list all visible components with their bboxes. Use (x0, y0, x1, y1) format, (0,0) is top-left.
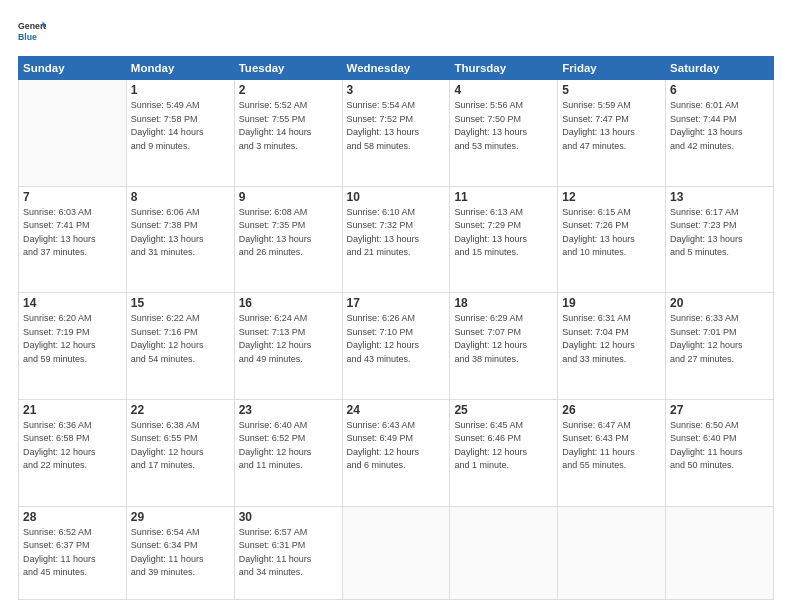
day-info: Sunrise: 6:52 AM Sunset: 6:37 PM Dayligh… (23, 526, 122, 580)
day-number: 4 (454, 83, 553, 97)
calendar-cell: 3Sunrise: 5:54 AM Sunset: 7:52 PM Daylig… (342, 80, 450, 187)
calendar-cell: 6Sunrise: 6:01 AM Sunset: 7:44 PM Daylig… (666, 80, 774, 187)
calendar-cell: 29Sunrise: 6:54 AM Sunset: 6:34 PM Dayli… (126, 506, 234, 599)
calendar-cell (558, 506, 666, 599)
day-info: Sunrise: 6:29 AM Sunset: 7:07 PM Dayligh… (454, 312, 553, 366)
day-number: 10 (347, 190, 446, 204)
page: General Blue SundayMondayTuesdayWednesda… (0, 0, 792, 612)
logo: General Blue (18, 18, 46, 46)
calendar-cell: 9Sunrise: 6:08 AM Sunset: 7:35 PM Daylig… (234, 186, 342, 293)
calendar-cell: 1Sunrise: 5:49 AM Sunset: 7:58 PM Daylig… (126, 80, 234, 187)
day-info: Sunrise: 5:56 AM Sunset: 7:50 PM Dayligh… (454, 99, 553, 153)
day-number: 27 (670, 403, 769, 417)
calendar-cell: 19Sunrise: 6:31 AM Sunset: 7:04 PM Dayli… (558, 293, 666, 400)
calendar-cell: 30Sunrise: 6:57 AM Sunset: 6:31 PM Dayli… (234, 506, 342, 599)
day-number: 30 (239, 510, 338, 524)
week-row-5: 28Sunrise: 6:52 AM Sunset: 6:37 PM Dayli… (19, 506, 774, 599)
day-number: 1 (131, 83, 230, 97)
day-number: 18 (454, 296, 553, 310)
day-info: Sunrise: 6:31 AM Sunset: 7:04 PM Dayligh… (562, 312, 661, 366)
calendar-cell (19, 80, 127, 187)
calendar-cell: 13Sunrise: 6:17 AM Sunset: 7:23 PM Dayli… (666, 186, 774, 293)
day-header-wednesday: Wednesday (342, 57, 450, 80)
day-number: 17 (347, 296, 446, 310)
day-number: 22 (131, 403, 230, 417)
svg-text:Blue: Blue (18, 32, 37, 42)
day-number: 7 (23, 190, 122, 204)
day-info: Sunrise: 6:54 AM Sunset: 6:34 PM Dayligh… (131, 526, 230, 580)
calendar-cell: 17Sunrise: 6:26 AM Sunset: 7:10 PM Dayli… (342, 293, 450, 400)
day-info: Sunrise: 6:38 AM Sunset: 6:55 PM Dayligh… (131, 419, 230, 473)
day-header-friday: Friday (558, 57, 666, 80)
day-info: Sunrise: 6:06 AM Sunset: 7:38 PM Dayligh… (131, 206, 230, 260)
calendar-cell: 16Sunrise: 6:24 AM Sunset: 7:13 PM Dayli… (234, 293, 342, 400)
day-header-tuesday: Tuesday (234, 57, 342, 80)
day-number: 5 (562, 83, 661, 97)
day-header-saturday: Saturday (666, 57, 774, 80)
day-info: Sunrise: 6:13 AM Sunset: 7:29 PM Dayligh… (454, 206, 553, 260)
day-info: Sunrise: 5:52 AM Sunset: 7:55 PM Dayligh… (239, 99, 338, 153)
day-info: Sunrise: 6:10 AM Sunset: 7:32 PM Dayligh… (347, 206, 446, 260)
day-number: 6 (670, 83, 769, 97)
day-info: Sunrise: 5:49 AM Sunset: 7:58 PM Dayligh… (131, 99, 230, 153)
day-info: Sunrise: 6:17 AM Sunset: 7:23 PM Dayligh… (670, 206, 769, 260)
day-number: 14 (23, 296, 122, 310)
day-number: 9 (239, 190, 338, 204)
calendar-cell: 26Sunrise: 6:47 AM Sunset: 6:43 PM Dayli… (558, 399, 666, 506)
day-number: 15 (131, 296, 230, 310)
day-info: Sunrise: 6:08 AM Sunset: 7:35 PM Dayligh… (239, 206, 338, 260)
day-info: Sunrise: 6:50 AM Sunset: 6:40 PM Dayligh… (670, 419, 769, 473)
header: General Blue (18, 18, 774, 46)
day-number: 23 (239, 403, 338, 417)
calendar-cell: 18Sunrise: 6:29 AM Sunset: 7:07 PM Dayli… (450, 293, 558, 400)
day-number: 20 (670, 296, 769, 310)
day-info: Sunrise: 6:22 AM Sunset: 7:16 PM Dayligh… (131, 312, 230, 366)
calendar-cell: 5Sunrise: 5:59 AM Sunset: 7:47 PM Daylig… (558, 80, 666, 187)
day-number: 11 (454, 190, 553, 204)
week-row-4: 21Sunrise: 6:36 AM Sunset: 6:58 PM Dayli… (19, 399, 774, 506)
day-header-thursday: Thursday (450, 57, 558, 80)
day-info: Sunrise: 6:24 AM Sunset: 7:13 PM Dayligh… (239, 312, 338, 366)
day-info: Sunrise: 6:43 AM Sunset: 6:49 PM Dayligh… (347, 419, 446, 473)
day-info: Sunrise: 5:54 AM Sunset: 7:52 PM Dayligh… (347, 99, 446, 153)
day-number: 21 (23, 403, 122, 417)
day-number: 16 (239, 296, 338, 310)
day-info: Sunrise: 6:36 AM Sunset: 6:58 PM Dayligh… (23, 419, 122, 473)
day-number: 13 (670, 190, 769, 204)
day-number: 28 (23, 510, 122, 524)
day-number: 8 (131, 190, 230, 204)
logo-icon: General Blue (18, 18, 46, 46)
day-info: Sunrise: 6:03 AM Sunset: 7:41 PM Dayligh… (23, 206, 122, 260)
day-info: Sunrise: 6:47 AM Sunset: 6:43 PM Dayligh… (562, 419, 661, 473)
day-number: 12 (562, 190, 661, 204)
day-number: 29 (131, 510, 230, 524)
day-info: Sunrise: 6:20 AM Sunset: 7:19 PM Dayligh… (23, 312, 122, 366)
calendar-cell: 24Sunrise: 6:43 AM Sunset: 6:49 PM Dayli… (342, 399, 450, 506)
day-number: 19 (562, 296, 661, 310)
calendar-cell: 21Sunrise: 6:36 AM Sunset: 6:58 PM Dayli… (19, 399, 127, 506)
calendar-cell (450, 506, 558, 599)
header-row: SundayMondayTuesdayWednesdayThursdayFrid… (19, 57, 774, 80)
calendar-cell: 28Sunrise: 6:52 AM Sunset: 6:37 PM Dayli… (19, 506, 127, 599)
calendar-cell: 7Sunrise: 6:03 AM Sunset: 7:41 PM Daylig… (19, 186, 127, 293)
week-row-1: 1Sunrise: 5:49 AM Sunset: 7:58 PM Daylig… (19, 80, 774, 187)
week-row-2: 7Sunrise: 6:03 AM Sunset: 7:41 PM Daylig… (19, 186, 774, 293)
day-header-monday: Monday (126, 57, 234, 80)
calendar-cell: 23Sunrise: 6:40 AM Sunset: 6:52 PM Dayli… (234, 399, 342, 506)
calendar-cell: 22Sunrise: 6:38 AM Sunset: 6:55 PM Dayli… (126, 399, 234, 506)
calendar-cell: 15Sunrise: 6:22 AM Sunset: 7:16 PM Dayli… (126, 293, 234, 400)
day-info: Sunrise: 6:33 AM Sunset: 7:01 PM Dayligh… (670, 312, 769, 366)
day-info: Sunrise: 5:59 AM Sunset: 7:47 PM Dayligh… (562, 99, 661, 153)
day-number: 25 (454, 403, 553, 417)
week-row-3: 14Sunrise: 6:20 AM Sunset: 7:19 PM Dayli… (19, 293, 774, 400)
day-info: Sunrise: 6:26 AM Sunset: 7:10 PM Dayligh… (347, 312, 446, 366)
calendar-cell: 2Sunrise: 5:52 AM Sunset: 7:55 PM Daylig… (234, 80, 342, 187)
day-info: Sunrise: 6:45 AM Sunset: 6:46 PM Dayligh… (454, 419, 553, 473)
day-info: Sunrise: 6:15 AM Sunset: 7:26 PM Dayligh… (562, 206, 661, 260)
day-number: 2 (239, 83, 338, 97)
calendar-cell: 10Sunrise: 6:10 AM Sunset: 7:32 PM Dayli… (342, 186, 450, 293)
day-number: 26 (562, 403, 661, 417)
calendar-cell: 12Sunrise: 6:15 AM Sunset: 7:26 PM Dayli… (558, 186, 666, 293)
calendar-cell (342, 506, 450, 599)
calendar-cell (666, 506, 774, 599)
